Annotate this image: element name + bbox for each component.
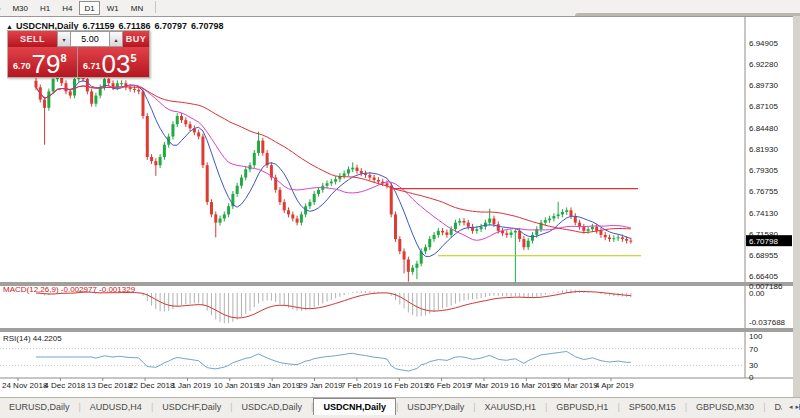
candle (480, 227, 483, 229)
pane-separator[interactable] (0, 328, 793, 332)
candle (544, 220, 547, 222)
candle (171, 124, 174, 136)
tab-scroll-right-icon[interactable]: ▸ (795, 403, 799, 410)
candle (561, 212, 564, 214)
candle (129, 87, 132, 89)
candle (180, 116, 183, 120)
candle (552, 216, 555, 218)
volume-decrease-button[interactable]: ▾ (57, 31, 71, 47)
volume-input[interactable]: 5.00 (71, 31, 109, 47)
candle (261, 141, 264, 153)
candle (621, 237, 624, 239)
candle (368, 175, 371, 177)
macd-label: MACD(12,26,9) -0.002977 -0.001329 (3, 285, 136, 294)
timeframe-button-h1[interactable]: H1 (35, 1, 55, 15)
tab-xauusd-h1[interactable]: XAUUSD,H1 (476, 398, 546, 415)
date-label: 26 Mar 2019 (553, 381, 598, 390)
collapse-arrow-icon[interactable]: ▲ (6, 23, 13, 30)
tab-sp500-m15[interactable]: SP500,M15 (620, 398, 685, 415)
sell-button[interactable]: SELL (8, 31, 57, 47)
candle (287, 210, 290, 214)
candle (52, 79, 55, 91)
candle (69, 91, 72, 95)
timeframe-button-m30[interactable]: M30 (7, 1, 33, 15)
rsi-label: RSI(14) 44.2205 (3, 334, 62, 343)
tab-scroll-left-icon[interactable]: ◂ (789, 403, 793, 410)
candle (317, 190, 320, 194)
candle (112, 83, 115, 87)
timeframe-button-w1[interactable]: W1 (102, 1, 124, 15)
candle (291, 214, 294, 218)
tab-eurusd-daily[interactable]: EURUSD,Daily (0, 398, 79, 415)
candle (94, 96, 97, 104)
candle (591, 227, 594, 229)
candle (133, 89, 136, 90)
candle (373, 178, 376, 180)
candle (360, 171, 363, 173)
candle (86, 79, 89, 91)
tab-gbpusd-m30[interactable]: GBPUSD,M30 (687, 398, 763, 415)
candle (394, 214, 397, 239)
date-label: 16 Mar 2019 (510, 381, 555, 390)
tab-usdchf-daily[interactable]: USDCHF,Daily (153, 398, 230, 415)
volume-increase-button[interactable]: ▴ (109, 31, 123, 47)
candle (150, 157, 153, 161)
svg-text:6.66405: 6.66405 (749, 272, 778, 281)
tab-usdcnh-daily[interactable]: USDCNH,Daily (313, 398, 396, 415)
ohlc-close: 6.70798 (191, 21, 224, 31)
candle (223, 214, 226, 218)
candle (450, 229, 453, 235)
candle (570, 210, 573, 216)
tab-audusd-h4[interactable]: AUDUSD,H4 (81, 398, 151, 415)
candle (146, 116, 149, 157)
candle (582, 227, 585, 231)
candle (308, 202, 311, 206)
timeframe-button-5[interactable]: 5 (0, 1, 5, 15)
candle (625, 239, 628, 241)
candle (390, 186, 393, 215)
svg-text:6.87105: 6.87105 (749, 102, 778, 111)
candle (184, 120, 187, 124)
date-label: 29 Jan 2019 (299, 381, 344, 390)
candle (330, 182, 333, 184)
candle (326, 183, 329, 185)
tab-scroll-arrows[interactable]: ◂▸ (782, 403, 799, 411)
one-click-trading-widget: SELL ▾ 5.00 ▴ BUY 6.70798 6.71035 (7, 30, 150, 78)
toolbar-separator (155, 1, 156, 13)
ohlc-low: 6.70797 (155, 21, 188, 31)
date-label: 10 Jan 2019 (214, 381, 259, 390)
candle (433, 235, 436, 239)
candle (278, 190, 281, 202)
candle (497, 224, 500, 231)
candle (296, 219, 299, 223)
candle (617, 237, 620, 238)
triangle-up-icon: ▴ (114, 36, 117, 43)
candle (107, 79, 110, 83)
candle (484, 223, 487, 227)
date-label: 19 Jan 2019 (256, 381, 301, 390)
candle (488, 219, 491, 223)
candle (492, 219, 495, 225)
candle (424, 247, 427, 251)
current-price-value: 6.70798 (749, 237, 778, 246)
candle (300, 214, 303, 222)
candle (522, 239, 525, 247)
buy-price-button[interactable]: 6.71035 (78, 47, 149, 77)
tab-usdcad-daily[interactable]: USDCAD,Daily (233, 398, 312, 415)
timeframe-button-d1[interactable]: D1 (79, 1, 99, 15)
candle (334, 179, 337, 181)
tab-usdjpy-daily[interactable]: USDJPY,Daily (398, 398, 473, 415)
candle (210, 202, 213, 214)
candle (253, 153, 256, 165)
timeframe-button-h4[interactable]: H4 (57, 1, 77, 15)
timeframe-button-mn[interactable]: MN (126, 1, 148, 15)
candle (463, 221, 466, 223)
candle (510, 232, 513, 234)
tab-gbpusd-h1[interactable]: GBPUSD,H1 (547, 398, 617, 415)
candle (343, 173, 346, 175)
date-label: 24 Nov 2018 (2, 381, 48, 390)
sell-price-button[interactable]: 6.70798 (8, 47, 77, 77)
candle (411, 268, 414, 272)
candle (201, 137, 204, 166)
buy-button[interactable]: BUY (123, 31, 149, 47)
